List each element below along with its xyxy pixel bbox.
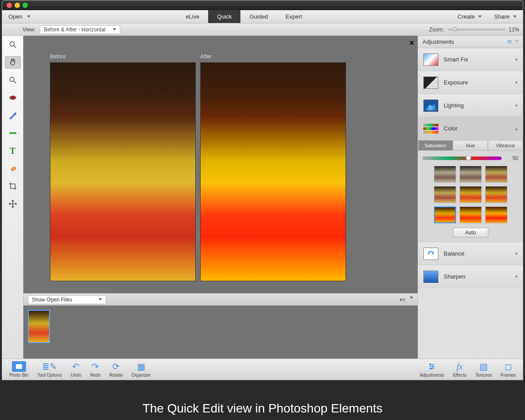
tool-options-icon: ≣✎ xyxy=(42,361,57,372)
menu-right: Create Share xyxy=(451,10,523,23)
saturation-preset[interactable] xyxy=(485,186,507,203)
zoom-slider[interactable] xyxy=(448,29,505,31)
tab-saturation[interactable]: Saturation xyxy=(418,140,453,151)
adjustment-exposure[interactable]: Exposure ▾ xyxy=(418,71,523,94)
adjustment-sharpen[interactable]: Sharpen ▾ xyxy=(418,265,523,288)
foot-label: Adjustments xyxy=(420,373,444,378)
saturation-preset[interactable] xyxy=(485,166,507,183)
zoom-control-group: Zoom: 11% xyxy=(429,27,519,33)
footer-bar: Photo Bin ≣✎ Tool Options ↶ Undo ↷ Redo … xyxy=(2,359,523,380)
tab-expert[interactable]: Expert xyxy=(277,10,311,23)
photo-bin-icon xyxy=(12,361,26,372)
photo-bin-select[interactable]: Show Open Files xyxy=(28,295,106,304)
undo-icon: ↶ xyxy=(72,361,80,372)
saturation-thumb[interactable] xyxy=(466,155,471,160)
saturation-preset[interactable] xyxy=(485,206,507,223)
move-tool[interactable] xyxy=(5,198,21,210)
text-tool[interactable]: T xyxy=(5,145,21,157)
redeye-tool[interactable] xyxy=(5,92,21,104)
rotate-button[interactable]: ⟳ Rotate xyxy=(105,361,127,378)
redo-button[interactable]: ↷ Redo xyxy=(86,361,105,378)
organizer-button[interactable]: ▦ Organizer xyxy=(127,361,155,378)
saturation-preset[interactable] xyxy=(434,166,456,183)
redo-icon: ↷ xyxy=(91,361,99,372)
straighten-tool[interactable] xyxy=(5,127,21,139)
exposure-icon xyxy=(423,76,438,89)
chevron-down-icon: ▾ xyxy=(515,57,517,62)
spot-heal-tool[interactable] xyxy=(5,162,21,175)
saturation-slider[interactable] xyxy=(422,157,502,160)
photo-bin-button[interactable]: Photo Bin xyxy=(5,361,33,378)
chevron-down-icon: ▾ xyxy=(515,251,517,256)
foot-label: Organizer xyxy=(131,373,151,378)
adjustment-smart-fix[interactable]: Smart Fix ▾ xyxy=(418,48,523,71)
saturation-preset-selected[interactable] xyxy=(434,206,456,223)
canvas[interactable]: × Before After xyxy=(23,36,418,293)
adjustment-lighting[interactable]: Lighting ▾ xyxy=(418,94,523,117)
bin-collapse-icon[interactable] xyxy=(410,297,413,299)
saturation-preset[interactable] xyxy=(460,166,482,183)
chevron-down-icon: ▾ xyxy=(515,103,517,108)
zoom-label: Zoom: xyxy=(429,27,444,33)
sliders-icon xyxy=(427,361,437,372)
color-icon xyxy=(423,124,438,134)
saturation-value: 50 xyxy=(506,155,518,161)
adjustment-balance[interactable]: Balance ▾ xyxy=(418,242,523,265)
share-menu-button[interactable]: Share xyxy=(488,10,523,23)
bin-menu-icon[interactable]: ▾≡ xyxy=(399,297,405,303)
window-titlebar xyxy=(2,0,523,10)
foot-label: Textures xyxy=(475,373,492,378)
chevron-up-icon: ▴ xyxy=(515,126,517,131)
tool-options-button[interactable]: ≣✎ Tool Options xyxy=(33,361,66,378)
minimize-window-dot[interactable] xyxy=(15,3,20,8)
tab-hue[interactable]: Hue xyxy=(453,140,488,151)
textures-panel-button[interactable]: ▨ Textures xyxy=(471,361,496,378)
saturation-preset[interactable] xyxy=(434,186,456,203)
open-label: Open xyxy=(8,13,23,20)
frames-panel-button[interactable]: ◻ Frames xyxy=(496,361,520,378)
effects-panel-button[interactable]: fx Effects xyxy=(449,361,471,378)
after-image xyxy=(200,62,346,281)
adjustments-panel-button[interactable]: Adjustments xyxy=(415,361,449,378)
lighting-icon xyxy=(423,99,438,112)
whiten-teeth-tool[interactable] xyxy=(5,109,21,122)
tab-guided[interactable]: Guided xyxy=(240,10,277,23)
workspace: T × Before After xyxy=(2,36,523,359)
zoom-thumb[interactable] xyxy=(452,27,457,31)
caret-down-icon xyxy=(113,28,116,31)
tab-quick[interactable]: Quick xyxy=(208,10,240,23)
undo-button[interactable]: ↶ Undo xyxy=(66,361,86,378)
organizer-icon: ▦ xyxy=(137,361,145,372)
chevron-down-icon: ▾ xyxy=(515,274,517,279)
open-menu-button[interactable]: Open xyxy=(2,10,37,23)
help-icon[interactable]: ? xyxy=(515,38,518,45)
zoom-tool[interactable] xyxy=(5,38,21,51)
view-label: View: xyxy=(23,27,35,33)
caption-text: The Quick Edit view in Photoshop Element… xyxy=(142,401,382,416)
photo-bin-bar: Show Open Files ▾≡ xyxy=(23,293,418,305)
quick-select-tool[interactable] xyxy=(5,74,21,86)
close-document-button[interactable]: × xyxy=(409,38,414,48)
tab-vibrance[interactable]: Vibrance xyxy=(488,140,523,151)
canvas-area: × Before After Show Open Files xyxy=(23,36,418,359)
tab-elive[interactable]: eLive xyxy=(177,10,208,23)
color-label: Color xyxy=(444,125,510,132)
foot-label: Effects xyxy=(453,373,466,378)
close-window-dot[interactable] xyxy=(7,3,12,8)
color-sub-tabs: Saturation Hue Vibrance xyxy=(418,140,523,151)
saturation-preset[interactable] xyxy=(460,206,482,223)
create-menu-button[interactable]: Create xyxy=(451,10,488,23)
bin-right-controls: ▾≡ xyxy=(399,297,413,303)
view-select[interactable]: Before & After - Horizontal xyxy=(40,25,120,34)
photo-bin-thumbnail[interactable] xyxy=(28,310,50,343)
adjustment-color[interactable]: Color ▴ xyxy=(418,117,523,140)
auto-button[interactable]: Auto xyxy=(453,228,488,237)
hand-tool[interactable] xyxy=(5,56,21,69)
crop-tool[interactable] xyxy=(5,180,21,192)
saturation-preset[interactable] xyxy=(460,186,482,203)
maximize-window-dot[interactable] xyxy=(23,3,28,8)
svg-point-14 xyxy=(433,366,434,367)
reset-icon[interactable]: ⟲ xyxy=(507,38,512,45)
sharpen-label: Sharpen xyxy=(444,273,510,280)
menu-bar: Open eLive Quick Guided Expert Create Sh… xyxy=(2,10,523,23)
